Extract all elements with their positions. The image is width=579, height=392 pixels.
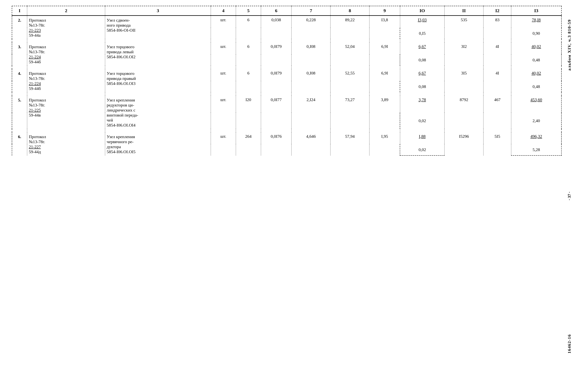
header-col3: 3 <box>105 6 211 16</box>
row-col8: 73,27 <box>331 96 369 129</box>
header-col9: 9 <box>369 6 400 16</box>
row-description: Узел торцового привода левый 5854-I06.OI… <box>105 42 211 65</box>
header-col2: 2 <box>27 6 105 16</box>
header-col10: IO <box>400 6 444 16</box>
row-qty: 6 <box>236 42 261 65</box>
row-col10-bot: 0,02 <box>400 144 444 155</box>
row-col9: 3,89 <box>369 96 400 129</box>
table-row: 5. Протокол №13-78г. 21-225 59-44в Узел … <box>12 96 562 113</box>
header-col6: 6 <box>261 6 291 16</box>
row-col12: 4I <box>484 69 511 92</box>
row-col11: 3I2 <box>444 42 484 65</box>
header-col11: II <box>444 6 484 16</box>
row-col6: 0,038 <box>261 16 291 39</box>
row-col7: 2,I24 <box>291 96 331 129</box>
row-col8: 52,55 <box>331 69 369 92</box>
row-num: 6. <box>12 132 27 155</box>
row-col10-bot: 0,I5 <box>400 28 444 39</box>
row-col13-bot: 0,48 <box>511 81 562 92</box>
row-col13-bot: 5,28 <box>511 144 562 155</box>
spacer-row <box>12 92 562 96</box>
row-col9: I3,8 <box>369 16 400 39</box>
row-col11: 3I5 <box>444 69 484 92</box>
spacer-row <box>12 129 562 132</box>
row-col9: I,95 <box>369 132 400 155</box>
table-row: 3. Протокол №13-78г. 21-224 59-44б Узел … <box>12 42 562 54</box>
row-qty: I20 <box>236 96 261 129</box>
row-num: 5. <box>12 96 27 129</box>
row-num: 4. <box>12 69 27 92</box>
row-col13-top: 78,I8 <box>511 16 562 28</box>
row-col7: 0,I08 <box>291 42 331 65</box>
row-col13-top: 496,32 <box>511 132 562 144</box>
row-col12: 4I <box>484 42 511 65</box>
row-protocol: Протокол №13-78г. 21-224 59-44б <box>27 69 105 92</box>
header-col4: 4 <box>211 6 236 16</box>
header-col5: 5 <box>236 6 261 16</box>
side-text-bottom: 16462-16 <box>567 334 572 353</box>
header-col13: I3 <box>511 6 562 16</box>
row-col6: 0,0I79 <box>261 42 291 65</box>
row-col12: 467 <box>484 96 511 129</box>
row-qty: 264 <box>236 132 261 155</box>
row-col10-top: 6,67 <box>400 42 444 54</box>
row-unit: шт. <box>211 16 236 39</box>
header-col12: I2 <box>484 6 511 16</box>
spacer-row <box>12 39 562 42</box>
row-unit: шт. <box>211 96 236 129</box>
row-col9: 6,9I <box>369 42 400 65</box>
row-protocol: Протокол №13-78г. 21-225 59-44в <box>27 96 105 129</box>
row-protocol: Протокол №13-78г. 21-227 59-44д <box>27 132 105 155</box>
row-col6: 0,0I76 <box>261 132 291 155</box>
row-description: Узел крепления редукторов ци- линдрическ… <box>105 96 211 129</box>
row-col11: 535 <box>444 16 484 39</box>
row-unit: шт. <box>211 132 236 155</box>
side-marker: · 37 · <box>567 192 572 200</box>
row-num: 3. <box>12 42 27 65</box>
spacer-row <box>12 65 562 69</box>
row-col8: 89,22 <box>331 16 369 39</box>
row-description: Узел торцового привода правый 5854-I06.O… <box>105 69 211 92</box>
row-col13-top: 453,60 <box>511 96 562 113</box>
row-col10-bot: 0,08 <box>400 81 444 92</box>
table-row: 6. Протокол №13-78г. 21-227 59-44д Узел … <box>12 132 562 144</box>
row-col7: 0,I08 <box>291 69 331 92</box>
row-qty: 6 <box>236 16 261 39</box>
row-col13-bot: 2,40 <box>511 113 562 129</box>
header-col8: 8 <box>331 6 369 16</box>
header-col1: I <box>12 6 27 16</box>
row-col9: 6,9I <box>369 69 400 92</box>
row-unit: шт. <box>211 69 236 92</box>
row-col10-top: 6,67 <box>400 69 444 81</box>
row-col7: 0,228 <box>291 16 331 39</box>
row-protocol: Протокол №13-78г. 21-224 59-44б <box>27 42 105 65</box>
header-row: I 2 3 4 5 6 7 8 9 IO II I2 I3 <box>12 6 562 16</box>
row-col11: I5296 <box>444 132 484 155</box>
row-col13-bot: 0,48 <box>511 54 562 65</box>
row-col10-top: I,88 <box>400 132 444 144</box>
row-col13-top: 40,02 <box>511 69 562 81</box>
side-panel: альбом XIV, ч.3 810-59 · 37 · 16462-16 <box>562 0 577 392</box>
side-text-top: альбом XIV, ч.3 810-59 <box>567 19 572 71</box>
row-col13-top: 40,02 <box>511 42 562 54</box>
row-description: Узел сдвоен- ного привода 5854-I06-OI-OI… <box>105 16 211 39</box>
row-col10-bot: 0,08 <box>400 54 444 65</box>
row-col13-bot: 0,90 <box>511 28 562 39</box>
row-col7: 4,646 <box>291 132 331 155</box>
table-row: 4. Протокол №13-78г. 21-224 59-44б Узел … <box>12 69 562 81</box>
table-row: 2. Протокол №13-78г. 21-223 59-44а Узел … <box>12 16 562 28</box>
row-col11: 8792 <box>444 96 484 129</box>
row-col10-top: I3,03 <box>400 16 444 28</box>
row-col8: 57,94 <box>331 132 369 155</box>
header-col7: 7 <box>291 6 331 16</box>
row-col6: 0,0I79 <box>261 69 291 92</box>
row-col12: 83 <box>484 16 511 39</box>
main-table: I 2 3 4 5 6 7 8 9 IO II I2 I3 2. <box>12 6 562 156</box>
row-protocol: Протокол №13-78г. 21-223 59-44а <box>27 16 105 39</box>
row-unit: шт. <box>211 42 236 65</box>
row-col10-top: 3,78 <box>400 96 444 113</box>
row-col8: 52,04 <box>331 42 369 65</box>
row-qty: 6 <box>236 69 261 92</box>
row-num: 2. <box>12 16 27 39</box>
row-description: Узел крепления червячного ре- дуктора 58… <box>105 132 211 155</box>
